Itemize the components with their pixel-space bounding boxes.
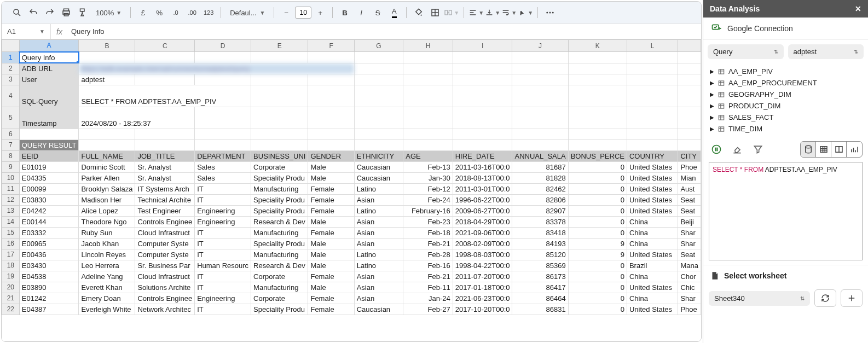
cell[interactable]: E01242 — [19, 293, 79, 304]
cell[interactable] — [627, 107, 678, 129]
cell[interactable]: Female — [308, 205, 354, 216]
cell[interactable] — [678, 63, 701, 74]
cell[interactable]: E00965 — [19, 238, 79, 249]
cell[interactable]: 0 — [568, 183, 627, 194]
cell[interactable]: Manufacturing — [251, 183, 308, 194]
cell[interactable] — [403, 85, 453, 107]
formula-input[interactable]: Query Info — [68, 27, 701, 36]
view-chart-icon[interactable] — [847, 142, 862, 157]
row-header[interactable]: 7 — [2, 139, 20, 150]
cell[interactable]: Ruby Sun — [79, 227, 135, 238]
erase-icon[interactable] — [730, 142, 745, 157]
column-header[interactable]: D — [195, 40, 251, 52]
cell[interactable]: 0 — [568, 227, 627, 238]
cell[interactable] — [627, 74, 678, 85]
cell[interactable] — [512, 74, 568, 85]
cell[interactable] — [627, 129, 678, 139]
cell[interactable]: QUERY RESULT — [19, 139, 79, 150]
cell[interactable]: Female — [308, 194, 354, 205]
cell[interactable]: BONUS_PERCE — [568, 150, 627, 161]
font-size-input[interactable] — [295, 7, 311, 19]
cell[interactable] — [308, 107, 354, 129]
cell[interactable]: Asian — [354, 238, 403, 249]
run-icon[interactable] — [709, 142, 724, 157]
row-header[interactable]: 13 — [2, 205, 20, 216]
cell[interactable] — [195, 74, 251, 85]
cell[interactable]: Theodore Ngo — [79, 216, 135, 227]
cell[interactable]: Seat — [678, 249, 701, 260]
cell[interactable] — [512, 129, 568, 139]
row-header[interactable]: 10 — [2, 172, 20, 183]
h-align-button[interactable]: ▼ — [468, 5, 484, 20]
cell[interactable]: Phoe — [678, 161, 701, 172]
cell[interactable] — [512, 139, 568, 150]
row-header[interactable]: 1 — [2, 52, 20, 63]
cell[interactable]: 2009-06-27T00:0 — [453, 205, 512, 216]
row-header[interactable]: 18 — [2, 260, 20, 271]
cell[interactable]: United States — [627, 183, 678, 194]
cell[interactable] — [251, 139, 308, 150]
cell[interactable]: IT — [195, 249, 251, 260]
cell[interactable] — [678, 129, 701, 139]
cell[interactable]: 83418 — [512, 227, 568, 238]
cell[interactable] — [251, 107, 308, 129]
cell[interactable]: SELECT * FROM ADPTEST.AA_EMP_PIV — [79, 85, 251, 107]
cell[interactable] — [512, 63, 568, 74]
cell[interactable] — [568, 63, 627, 74]
cell[interactable]: Lincoln Reyes — [79, 249, 135, 260]
cell[interactable]: E03830 — [19, 194, 79, 205]
column-header[interactable]: I — [453, 40, 512, 52]
text-color-button[interactable]: A — [386, 5, 402, 20]
cell[interactable]: Female — [308, 293, 354, 304]
cell[interactable]: Latino — [354, 183, 403, 194]
cell[interactable]: Feb-28 — [403, 249, 453, 260]
cell[interactable]: Female — [308, 183, 354, 194]
cell[interactable]: Mana — [678, 260, 701, 271]
column-header[interactable]: G — [354, 40, 403, 52]
cell[interactable]: United States — [627, 194, 678, 205]
cell[interactable] — [453, 139, 512, 150]
cell[interactable]: 1998-04-22T00:0 — [453, 260, 512, 271]
cell[interactable]: Human Resourc — [195, 260, 251, 271]
cell[interactable]: Madison Her — [79, 194, 135, 205]
cell[interactable] — [568, 107, 627, 129]
cell[interactable] — [354, 63, 403, 74]
cell[interactable]: JOB_TITLE — [135, 150, 195, 161]
cell[interactable]: Beiji — [678, 216, 701, 227]
cell[interactable]: Feb-13 — [403, 161, 453, 172]
borders-button[interactable] — [427, 5, 443, 20]
cell[interactable]: Cloud Infrastruct — [135, 271, 195, 282]
table-tree-item[interactable]: ▶TIME_DIM — [708, 123, 864, 135]
cell[interactable] — [79, 139, 135, 150]
cell[interactable]: Speciality Produ — [251, 304, 308, 315]
cell[interactable]: Feb-23 — [403, 216, 453, 227]
cell[interactable]: COUNTRY — [627, 150, 678, 161]
cell[interactable] — [627, 63, 678, 74]
cell[interactable]: Engineering — [195, 205, 251, 216]
cell[interactable]: E04335 — [19, 172, 79, 183]
column-header[interactable]: H — [403, 40, 453, 52]
cell[interactable]: 2018-04-29T00:0 — [453, 216, 512, 227]
cell[interactable]: 86464 — [512, 293, 568, 304]
cell[interactable]: Everett Khan — [79, 282, 135, 293]
cell[interactable] — [354, 139, 403, 150]
font-size-decrease-button[interactable]: − — [279, 5, 294, 20]
cell[interactable]: Engineering — [195, 293, 251, 304]
cell[interactable]: 0 — [568, 293, 627, 304]
cell[interactable] — [403, 52, 453, 63]
cell[interactable]: Controls Enginee — [135, 216, 195, 227]
cell[interactable] — [79, 52, 135, 63]
cell[interactable]: Feb-24 — [403, 194, 453, 205]
cell[interactable]: Adeline Yang — [79, 271, 135, 282]
cell[interactable]: E01019 — [19, 161, 79, 172]
font-size-increase-button[interactable]: + — [313, 5, 328, 20]
cell[interactable]: United States — [627, 205, 678, 216]
row-header[interactable]: 2 — [2, 63, 20, 74]
cell[interactable]: Caucasian — [354, 172, 403, 183]
cell[interactable]: FULL_NAME — [79, 150, 135, 161]
cell[interactable]: DEPARTMENT — [195, 150, 251, 161]
cell[interactable]: Male — [308, 238, 354, 249]
cell[interactable] — [79, 129, 135, 139]
cell[interactable]: EEID — [19, 150, 79, 161]
cell[interactable]: Mian — [678, 172, 701, 183]
